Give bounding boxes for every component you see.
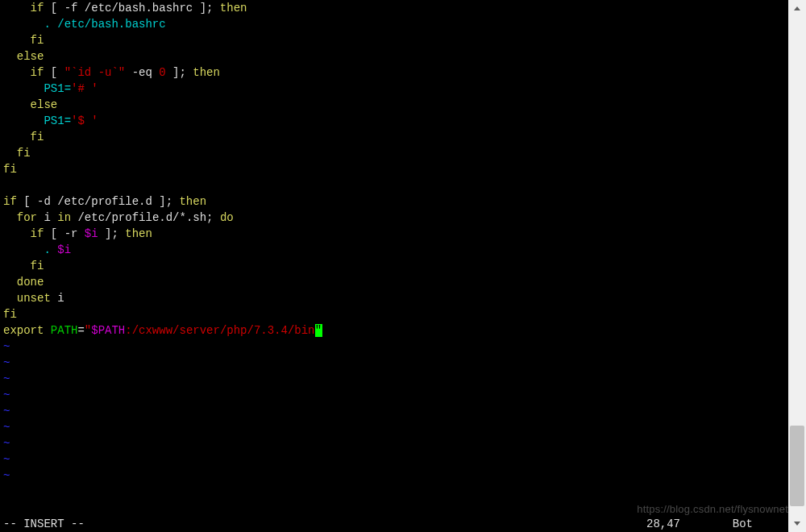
tilde-icon: ~ [3,469,10,482]
code-token: fi [17,147,31,160]
code-token: [ -f /etc/bash.bashrc ]; [44,2,219,15]
empty-line-tilde: ~ [3,371,785,387]
code-line[interactable]: export PATH="$PATH:/cxwww/server/php/7.3… [3,322,785,339]
code-token: then [179,195,206,208]
code-token: if [31,66,44,79]
code-token: fi [31,34,44,47]
code-line[interactable]: done [3,274,785,290]
scrollbar-down-arrow-icon[interactable] [788,514,806,532]
code-token: in [57,211,71,224]
code-token: fi [31,260,44,272]
code-line[interactable]: fi [3,306,785,322]
code-token: PS1= [44,82,71,95]
code-token: :/cxwww/server/php/7.3.4/bin [125,324,314,337]
code-token: i [37,211,57,224]
empty-line-tilde: ~ [3,387,785,403]
tilde-icon: ~ [3,437,10,450]
code-token: unset [17,292,51,305]
vim-mode: -- INSERT -- [3,516,85,532]
vim-status-bar: -- INSERT -- 28,47 Bot [3,516,785,532]
code-line[interactable]: unset i [3,290,785,306]
code-line[interactable]: if [ "`id -u`" -eq 0 ]; then [3,64,785,81]
tilde-icon: ~ [3,405,10,418]
code-token: [ [44,66,64,79]
code-line[interactable] [3,177,785,193]
code-token: if [3,195,17,208]
code-token: ]; [98,227,126,240]
empty-line-tilde: ~ [3,468,785,484]
code-token: $PATH [91,324,125,337]
code-token: i [51,292,64,305]
code-token: fi [31,131,44,143]
tilde-icon: ~ [3,372,10,385]
code-token: $i [85,227,98,240]
code-area[interactable]: if [ -f /etc/bash.bashrc ]; then . /etc/… [3,0,785,484]
vertical-scrollbar[interactable] [788,0,806,532]
empty-line-tilde: ~ [3,339,785,355]
code-token: if [31,2,44,15]
text-cursor: " [315,324,322,337]
code-token: '$ ' [71,114,98,127]
code-line[interactable]: if [ -f /etc/bash.bashrc ]; then [3,0,785,16]
empty-line-tilde: ~ [3,451,785,468]
code-line[interactable]: else [3,48,785,64]
code-line[interactable]: if [ -d /etc/profile.d ]; then [3,193,785,210]
vim-scroll-indicator: Bot [733,516,753,532]
code-line[interactable]: . /etc/bash.bashrc [3,16,785,32]
code-token: PATH [51,324,78,337]
code-token: [ -d /etc/profile.d ]; [17,195,180,208]
code-token: PS1= [44,114,71,127]
empty-line-tilde: ~ [3,419,785,435]
scrollbar-thumb[interactable] [790,426,804,506]
tilde-icon: ~ [3,453,10,466]
code-token: $i [57,243,71,256]
code-token: for [17,211,37,224]
code-token: /etc/profile.d/*.sh; [71,211,220,224]
code-line[interactable]: fi [3,258,785,274]
code-token: '# ' [71,82,98,95]
code-token: -eq [125,66,159,79]
code-line[interactable]: if [ -r $i ]; then [3,226,785,242]
code-line[interactable]: fi [3,32,785,48]
code-token: then [193,66,220,79]
code-line[interactable]: PS1='$ ' [3,113,785,129]
code-line[interactable]: fi [3,145,785,161]
code-token: 0 [159,66,165,79]
code-token: do [220,211,234,224]
code-token [44,324,50,337]
code-token: . [44,243,57,256]
code-line[interactable]: . $i [3,242,785,258]
code-token: else [31,98,58,111]
code-token: export [3,324,44,337]
code-line[interactable]: fi [3,129,785,145]
code-token: . /etc/bash.bashrc [44,18,165,31]
code-line[interactable]: PS1='# ' [3,81,785,97]
code-line[interactable]: fi [3,161,785,177]
empty-line-tilde: ~ [3,435,785,451]
terminal-viewport[interactable]: if [ -f /etc/bash.bashrc ]; then . /etc/… [0,0,788,532]
code-token: = [77,324,84,337]
code-token: fi [3,163,17,176]
code-token: else [17,50,44,63]
tilde-icon: ~ [3,389,10,401]
empty-line-tilde: ~ [3,403,785,419]
tilde-icon: ~ [3,356,10,369]
scrollbar-up-arrow-icon[interactable] [788,0,806,18]
code-token: "`id -u`" [64,66,126,79]
code-token: " [85,324,91,337]
empty-line-tilde: ~ [3,355,785,371]
tilde-icon: ~ [3,421,10,434]
code-line[interactable]: else [3,97,785,113]
code-token: if [31,227,44,240]
code-line[interactable]: for i in /etc/profile.d/*.sh; do [3,210,785,226]
code-token: ]; [166,66,193,79]
code-token: [ -r [44,227,84,240]
tilde-icon: ~ [3,340,10,353]
code-token: then [125,227,152,240]
code-token: then [220,2,247,15]
code-token: done [17,276,44,289]
code-token: fi [3,308,17,321]
vim-cursor-position: 28,47 [646,516,680,532]
